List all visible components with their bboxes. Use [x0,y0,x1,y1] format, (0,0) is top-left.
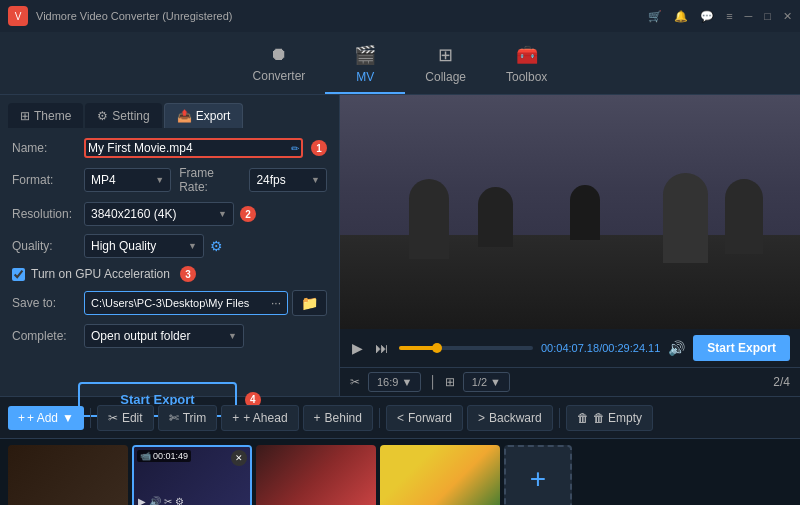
behind-button[interactable]: + Behind [303,405,373,431]
toolbar-sep-3 [559,408,560,428]
settings-small-icon[interactable]: ⚙ [175,496,184,506]
video-controls: ▶ ⏭ 00:04:07.18/00:29:24.11 🔊 Start Expo… [340,329,800,367]
frame-rate-caret: ▼ [311,175,320,185]
export-icon: 📤 [177,109,192,123]
maximize-button[interactable]: □ [764,10,771,23]
aspect-ratio-button[interactable]: 16:9 ▼ [368,372,421,392]
scissors-small-icon[interactable]: ✂ [164,496,172,506]
film-thumb-1-image [8,445,128,506]
window-controls: 🛒 🔔 💬 ≡ ─ □ ✕ [648,10,792,23]
progress-bar[interactable] [399,346,533,350]
forward-icon: < [397,411,404,425]
progress-fill [399,346,437,350]
close-button[interactable]: ✕ [783,10,792,23]
open-folder-button[interactable]: 📁 [292,290,327,316]
skip-button[interactable]: ⏭ [373,338,391,358]
toolbox-label: Toolbox [506,70,547,84]
chat-icon[interactable]: 💬 [700,10,714,23]
step-3-badge: 3 [180,266,196,282]
page-select-button[interactable]: 1/2 ▼ [463,372,510,392]
time-current: 00:04:07.18 [541,342,599,354]
video-icon: 📹 [140,451,151,461]
empty-button[interactable]: 🗑 🗑 Empty [566,405,653,431]
mv-label: MV [356,70,374,84]
film-thumb-4-image [380,445,500,506]
person-silhouette-4 [725,179,763,254]
filmstrip: 📹 00:01:49 ✕ ▶ 🔊 ✂ ⚙ + [0,438,800,505]
setting-icon: ⚙ [97,109,108,123]
add-film-icon: + [530,463,546,495]
edit-button[interactable]: ✂ Edit [97,405,154,431]
theme-label: Theme [34,109,71,123]
quality-select[interactable]: High Quality ▼ [84,234,204,258]
frame-rate-select[interactable]: 24fps ▼ [249,168,327,192]
resolution-caret: ▼ [218,209,227,219]
main-content: ⊞ Theme ⚙ Setting 📤 Export Name: My Firs… [0,95,800,396]
film-thumb-2-close[interactable]: ✕ [231,450,247,466]
save-row: Save to: C:\Users\PC-3\Desktop\My Files … [12,290,327,316]
complete-caret: ▼ [228,331,237,341]
gpu-checkbox[interactable] [12,268,25,281]
film-add-button[interactable]: + [504,445,572,506]
forward-button[interactable]: < Forward [386,405,463,431]
film-thumb-3-image [256,445,376,506]
volume-icon[interactable]: 🔊 [668,340,685,356]
save-path-value: C:\Users\PC-3\Desktop\My Files [91,297,249,309]
ahead-button[interactable]: + + Ahead [221,405,298,431]
edit-icon[interactable]: ✏ [291,143,299,154]
subtab-export[interactable]: 📤 Export [164,103,244,128]
tab-converter[interactable]: ⏺ Converter [233,38,326,94]
complete-label: Complete: [12,329,84,343]
bell-icon[interactable]: 🔔 [674,10,688,23]
video-area [340,95,800,329]
quality-label: Quality: [12,239,84,253]
time-total: 00:29:24.11 [602,342,660,354]
page-caret-icon: ▼ [490,376,501,388]
video-sub-controls: ✂ 16:9 ▼ │ ⊞ 1/2 ▼ 2/4 [340,367,800,396]
film-thumb-3[interactable] [256,445,376,506]
save-path-input[interactable]: C:\Users\PC-3\Desktop\My Files ··· [84,291,288,315]
format-select[interactable]: MP4 ▼ [84,168,171,192]
film-thumb-1[interactable] [8,445,128,506]
trim-button[interactable]: ✄ Trim [158,405,218,431]
app-logo: V [8,6,28,26]
format-caret: ▼ [155,175,164,185]
sound-small-icon[interactable]: 🔊 [149,496,161,506]
cart-icon[interactable]: 🛒 [648,10,662,23]
name-input[interactable]: My First Movie.mp4 ✏ [84,138,303,158]
setting-label: Setting [112,109,149,123]
tab-mv[interactable]: 🎬 MV [325,38,405,94]
film-thumb-4[interactable] [380,445,500,506]
browse-button[interactable]: ··· [271,296,281,310]
progress-thumb [432,343,442,353]
start-export-right-button[interactable]: Start Export [693,335,790,361]
add-icon: + [18,411,25,425]
gpu-label: Turn on GPU Acceleration [31,267,170,281]
theme-icon: ⊞ [20,109,30,123]
subtab-theme[interactable]: ⊞ Theme [8,103,83,128]
menu-icon[interactable]: ≡ [726,10,732,23]
resolution-select[interactable]: 3840x2160 (4K) ▼ [84,202,234,226]
page-value: 1/2 [472,376,487,388]
quality-settings-icon[interactable]: ⚙ [210,238,223,254]
tab-collage[interactable]: ⊞ Collage [405,38,486,94]
backward-button[interactable]: > Backward [467,405,553,431]
backward-icon: > [478,411,485,425]
quality-caret: ▼ [188,241,197,251]
ahead-icon: + [232,411,239,425]
complete-select[interactable]: Open output folder ▼ [84,324,244,348]
minimize-button[interactable]: ─ [745,10,753,23]
play-small-icon[interactable]: ▶ [138,496,146,506]
toolbox-icon: 🧰 [516,44,538,66]
aspect-ratio-value: 16:9 [377,376,398,388]
complete-row: Complete: Open output folder ▼ [12,324,327,348]
film-thumb-2[interactable]: 📹 00:01:49 ✕ ▶ 🔊 ✂ ⚙ [132,445,252,506]
right-panel: ▶ ⏭ 00:04:07.18/00:29:24.11 🔊 Start Expo… [340,95,800,396]
add-button[interactable]: + + Add ▼ [8,406,84,430]
subtab-setting[interactable]: ⚙ Setting [85,103,161,128]
name-row: Name: My First Movie.mp4 ✏ 1 [12,138,327,158]
resolution-label: Resolution: [12,207,84,221]
play-button[interactable]: ▶ [350,338,365,358]
collage-label: Collage [425,70,466,84]
tab-toolbox[interactable]: 🧰 Toolbox [486,38,567,94]
